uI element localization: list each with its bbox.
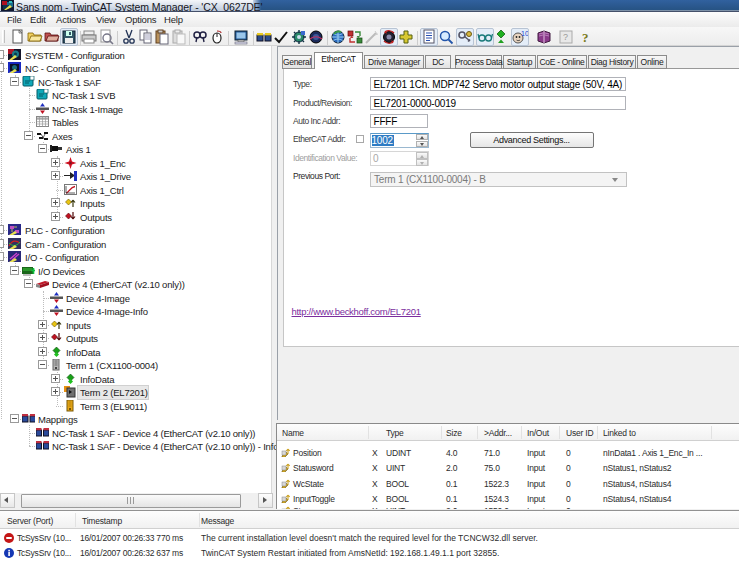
svg-text:10: 10 bbox=[521, 30, 528, 37]
svg-text:?: ? bbox=[582, 30, 589, 45]
svg-text:?: ? bbox=[563, 32, 568, 42]
